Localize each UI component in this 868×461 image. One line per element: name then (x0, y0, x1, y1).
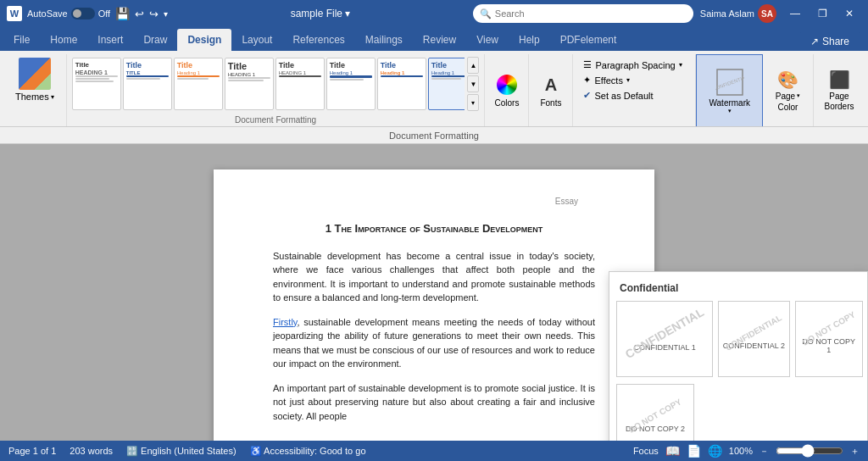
doc-formatting-label: Document Formatting (72, 114, 480, 126)
format-list: Title HEADING 1 Title TITLE Title Headin… (72, 58, 465, 110)
close-button[interactable]: ✕ (837, 4, 861, 23)
format-nav-more[interactable]: ▾ (467, 94, 479, 111)
autosave-state: Off (98, 8, 110, 19)
tab-references[interactable]: References (282, 29, 354, 51)
page-count: Page 1 of 1 (8, 446, 56, 456)
share-label: Share (822, 36, 849, 47)
save-icon[interactable]: 💾 (115, 7, 130, 20)
window-controls[interactable]: — ❐ ✕ (783, 4, 861, 23)
format-thumb-5[interactable]: Title HEADING 1 (275, 58, 325, 110)
avatar: SA (758, 4, 776, 23)
page-color-sub: Color (778, 103, 798, 112)
dropdown-title: Confidential (609, 279, 867, 301)
themes-icon (19, 58, 51, 90)
tab-insert[interactable]: Insert (87, 29, 133, 51)
tab-home[interactable]: Home (40, 29, 87, 51)
checkmark-icon: ✔ (583, 90, 591, 101)
dropdown-icon[interactable]: ▾ (164, 9, 168, 19)
watermark-row2: DO NOT COPY DO NOT COPY 2 (609, 384, 867, 441)
format-thumb-6[interactable]: Title Heading 1 (326, 58, 376, 110)
document-page: Essay 1 The Importance of Sustainable De… (214, 169, 654, 441)
status-right: Focus 📖 📄 🌐 100% － ＋ (633, 444, 860, 458)
format-thumb-3[interactable]: Title Heading 1 (174, 58, 223, 110)
document-para2: Firstly, sustainable development means m… (273, 315, 595, 371)
user-area: Saima Aslam SA (700, 4, 776, 23)
zoom-out-button[interactable]: － (760, 445, 769, 458)
format-nav: ▲ ▼ ▾ (467, 57, 479, 111)
format-thumb-2[interactable]: Title TITLE (123, 58, 172, 110)
language-icon: 🔡 (126, 446, 138, 456)
focus-label[interactable]: Focus (633, 446, 659, 456)
view-icon-read[interactable]: 📖 (665, 444, 680, 458)
colors-group: Colors (485, 54, 529, 126)
page-color-button[interactable]: 🎨 Page ▾ Color (769, 65, 807, 116)
watermark-group: CONFIDENTIAL Watermark ▾ (696, 54, 763, 126)
tab-draw[interactable]: Draw (133, 29, 177, 51)
status-bar: Page 1 of 1 203 words 🔡 English (United … (0, 441, 868, 461)
document-heading: 1 The Importance of Sustainable Developm… (273, 220, 595, 237)
tab-design[interactable]: Design (177, 29, 231, 51)
watermark-do-not-copy-1[interactable]: DO NOT COPY DO NOT COPY 1 (795, 301, 863, 377)
tab-pdfelement[interactable]: PDFelement (550, 29, 627, 51)
redo-icon[interactable]: ↪ (149, 8, 159, 20)
zoom-slider[interactable] (776, 444, 843, 458)
undo-icon[interactable]: ↩ (135, 8, 144, 20)
format-nav-up[interactable]: ▲ (467, 57, 479, 74)
themes-label: Themes (15, 92, 49, 102)
file-name: sample File ▾ (291, 8, 351, 19)
themes-button[interactable]: Themes ▾ (8, 56, 61, 103)
share-button[interactable]: ↗ Share (800, 31, 860, 53)
effects-icon: ✦ (583, 75, 591, 86)
page-color-arrow: ▾ (797, 92, 800, 99)
view-icon-print[interactable]: 📄 (687, 444, 701, 458)
set-as-default-button[interactable]: ✔ Set as Default (578, 88, 658, 103)
page-borders-label: Page Borders (825, 92, 854, 112)
watermark-do-not-copy-2[interactable]: DO NOT COPY DO NOT COPY 2 (616, 384, 694, 441)
view-icon-web[interactable]: 🌐 (708, 444, 722, 458)
fonts-icon: A (539, 73, 563, 97)
effects-button[interactable]: ✦ Effects ▾ (578, 73, 634, 87)
themes-group: Themes ▾ (3, 54, 67, 126)
tab-help[interactable]: Help (509, 29, 550, 51)
format-thumb-8[interactable]: Title Heading 1 (428, 58, 465, 110)
language-indicator: 🔡 English (United States) (126, 446, 236, 457)
themes-arrow: ▾ (51, 93, 54, 101)
paragraph-spacing-button[interactable]: ☰ Paragraph Spacing ▾ (578, 58, 687, 72)
tab-file[interactable]: File (3, 29, 40, 51)
format-thumb-1[interactable]: Title HEADING 1 (72, 58, 121, 110)
tab-layout[interactable]: Layout (231, 29, 282, 51)
accessibility-icon: ♿ (250, 446, 262, 456)
document-formatting-label: Document Formatting (389, 131, 479, 141)
firstly-link[interactable]: Firstly (273, 317, 298, 327)
watermark-confidential-2[interactable]: CONFIDENTIAL CONFIDENTIAL 2 (718, 301, 789, 377)
para-spacing-arrow: ▾ (679, 61, 682, 69)
format-thumb-7[interactable]: Title Heading 1 (377, 58, 426, 110)
format-nav-down[interactable]: ▼ (467, 75, 479, 92)
page-borders-icon: ⬛ (829, 69, 850, 90)
toggle-knob (73, 9, 81, 18)
tab-mailings[interactable]: Mailings (355, 29, 413, 51)
watermark-text-1: CONFIDENTIAL (623, 305, 707, 362)
page-borders-button[interactable]: ⬛ Page Borders (818, 65, 861, 116)
colors-button[interactable]: Colors (487, 69, 526, 111)
tab-view[interactable]: View (466, 29, 509, 51)
watermark-confidential-1[interactable]: CONFIDENTIAL CONFIDENTIAL 1 (616, 301, 713, 377)
tab-review[interactable]: Review (413, 29, 466, 51)
title-bar-left: W AutoSave Off 💾 ↩ ↪ ▾ (7, 6, 168, 21)
maximize-button[interactable]: ❐ (810, 4, 834, 23)
page-color-icon: 🎨 (777, 69, 798, 90)
format-thumb-4[interactable]: Title HEADING 1 (225, 58, 274, 110)
minimize-button[interactable]: — (783, 4, 807, 23)
autosave-toggle[interactable] (71, 8, 95, 19)
search-box[interactable]: 🔍 (473, 4, 693, 23)
app-logo: W (7, 6, 22, 21)
search-input[interactable] (495, 8, 687, 19)
zoom-in-button[interactable]: ＋ (850, 445, 860, 458)
watermark-button[interactable]: CONFIDENTIAL Watermark ▾ (700, 64, 759, 117)
watermark-arrow: ▾ (728, 108, 732, 114)
essay-label: Essay (555, 195, 578, 208)
fonts-group: A Fonts (529, 54, 573, 126)
fonts-button[interactable]: A Fonts (531, 69, 570, 111)
title-bar: W AutoSave Off 💾 ↩ ↪ ▾ sample File ▾ 🔍 S… (0, 0, 868, 27)
colors-icon (497, 75, 517, 95)
